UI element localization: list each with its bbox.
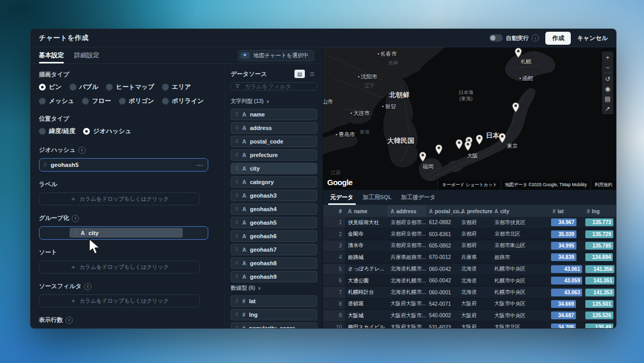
column-chip-geohash9[interactable]: ⠿Ageohash9 xyxy=(231,271,317,282)
map-pin-icon[interactable] xyxy=(419,151,426,164)
value-bar: 43.063 xyxy=(551,289,582,296)
chevron-down-icon: ∨ xyxy=(258,286,261,291)
map-pin-icon[interactable] xyxy=(498,133,506,146)
terms-link[interactable]: 利用規約 xyxy=(591,180,616,190)
datasource-panel: データソース ▤ ☰ 文字列型 (13)∨⠿Aname⠿Aaddress⠿Apo… xyxy=(224,64,323,328)
cancel-button[interactable]: キャンセル xyxy=(577,34,608,42)
column-chip-category[interactable]: ⠿Acategory xyxy=(231,176,317,188)
locate-icon[interactable]: ◉ xyxy=(602,84,613,94)
value-label: 34.669 xyxy=(558,301,574,307)
column-chip-geohash7[interactable]: ⠿Ageohash7 xyxy=(231,244,317,255)
drag-handle-icon: ⠿ xyxy=(235,234,239,239)
info-icon[interactable]: i xyxy=(532,34,539,42)
draw-type-option-3[interactable]: エリア xyxy=(162,83,191,92)
draw-type-option-4[interactable]: メッシュ xyxy=(39,97,74,106)
info-icon[interactable]: i xyxy=(84,283,91,290)
sort-dropzone[interactable]: ＋ カラムをドロップもしくはクリック xyxy=(39,261,200,274)
column-chip-geohash8[interactable]: ⠿Ageohash8 xyxy=(231,257,317,269)
draw-type-option-5[interactable]: フロー xyxy=(82,97,111,106)
column-chip-geohash4[interactable]: ⠿Ageohash4 xyxy=(231,203,317,215)
position-type-option-1[interactable]: ジオハッシュ xyxy=(83,127,131,136)
map-pin-icon[interactable] xyxy=(455,139,463,152)
column-chip-popularity_score[interactable]: ⠿#popularity_score xyxy=(231,322,317,328)
column-chip-address[interactable]: ⠿Aaddress xyxy=(231,122,317,134)
zoom-out-button[interactable]: − xyxy=(602,62,613,72)
tab-source-data[interactable]: 元データ xyxy=(330,190,354,205)
column-type-icon: # xyxy=(553,209,556,214)
map-canvas[interactable]: 长春市吉林沈阳市辽宁北朝鲜평양大连市山市青岛市黄海大韓民国日本海 (東海)日本札… xyxy=(323,47,616,190)
auto-run-toggle[interactable] xyxy=(489,34,503,42)
zoom-in-button[interactable]: + xyxy=(602,53,613,62)
value-label: 141.353 xyxy=(594,290,612,295)
draw-type-option-1[interactable]: バブル xyxy=(70,83,99,92)
column-chip-geohash3[interactable]: ⠿Ageohash3 xyxy=(231,190,317,201)
chart-form: 描画タイプ ピンバブルヒートマップエリアメッシュフローポリゴンポリライン 位置タ… xyxy=(31,64,224,328)
info-icon[interactable]: i xyxy=(65,317,73,324)
tab-advanced-settings[interactable]: 詳細設定 xyxy=(74,47,99,63)
dragged-chip[interactable]: ⠿ A city xyxy=(70,228,183,238)
cell-name: 道頓堀 xyxy=(345,300,387,307)
column-filter-input[interactable] xyxy=(244,83,313,90)
column-chip-city[interactable]: ⠿Acity xyxy=(231,163,317,174)
view-list-button[interactable]: ☰ xyxy=(307,70,317,78)
value-label: 34.839 xyxy=(558,254,574,260)
keyboard-shortcuts-link[interactable]: キーボード ショートカット xyxy=(438,180,501,190)
label-dropzone[interactable]: ＋ カラムをドロップもしくはクリック xyxy=(39,192,200,205)
table-header-city: Acity xyxy=(491,205,549,217)
more-options-icon[interactable]: ⋯ xyxy=(196,161,204,169)
draw-type-option-2[interactable]: ヒートマップ xyxy=(106,83,154,92)
column-type-icon: A xyxy=(243,192,247,199)
layers-icon[interactable]: ▤ xyxy=(602,94,613,103)
cell-address: 大阪府大阪市... xyxy=(387,312,426,319)
drag-handle-icon: ⠿ xyxy=(235,180,239,185)
geohash-chip[interactable]: geohash5 xyxy=(51,162,79,168)
column-chip-postal_code[interactable]: ⠿Apostal_code xyxy=(231,136,317,147)
drag-handle-icon[interactable]: ⠿ xyxy=(44,163,47,167)
cell-city: 大阪市中央区 xyxy=(491,300,549,307)
source-filter-dropzone[interactable]: ＋ カラムをドロップもしくはクリック xyxy=(39,294,200,307)
map-pin-icon[interactable] xyxy=(475,134,483,147)
cell-postal-code: 603-8361 xyxy=(426,231,458,237)
draw-type-option-6[interactable]: ポリゴン xyxy=(119,97,154,106)
column-filter[interactable] xyxy=(231,82,317,90)
view-grid-button[interactable]: ▤ xyxy=(294,70,305,78)
column-chip-geohash5[interactable]: ⠿Ageohash5 xyxy=(231,217,317,228)
value-bar: 135.526 xyxy=(585,312,613,319)
column-chip-lat[interactable]: ⠿#lat xyxy=(231,295,317,307)
map-pin-icon[interactable] xyxy=(435,144,443,157)
column-group-label: 文字列型 (13) xyxy=(231,98,264,105)
draw-type-option-0[interactable]: ピン xyxy=(39,83,62,92)
label-field-label: ラベル xyxy=(39,180,216,188)
info-icon[interactable]: i xyxy=(72,215,79,222)
value-bar: 34.705 xyxy=(551,323,576,328)
column-chip-prefecture[interactable]: ⠿Aprefecture xyxy=(231,149,317,161)
group-by-field[interactable]: ⠿ A city xyxy=(39,226,208,240)
column-group-header[interactable]: 文字列型 (13)∨ xyxy=(231,98,317,105)
tab-transformed-data[interactable]: 加工後データ xyxy=(401,190,436,205)
column-chip-name[interactable]: ⠿Aname xyxy=(231,109,317,120)
draw-type-option-7[interactable]: ポリライン xyxy=(162,97,204,106)
cell-postal-code: 060-0001 xyxy=(426,290,458,295)
geohash-field[interactable]: ⠿ geohash5 ⋯ xyxy=(39,158,208,172)
table-row: 9大阪城大阪府大阪市...540-0002大阪府大阪市中央区34.687135.… xyxy=(323,310,616,321)
map-pin-icon[interactable] xyxy=(515,47,522,60)
column-group-header[interactable]: 数値型 (6)∨ xyxy=(231,284,317,292)
tab-basic-settings[interactable]: 基本設定 xyxy=(39,47,64,63)
value-bar: 43.061 xyxy=(551,265,582,273)
drag-handle-icon: ⠿ xyxy=(235,261,239,266)
plus-icon: ＋ xyxy=(70,195,76,203)
column-chip-label: postal_code xyxy=(250,138,283,145)
value-bar: 141.351 xyxy=(585,277,614,284)
column-chip-geohash6[interactable]: ⠿Ageohash6 xyxy=(231,230,317,242)
map-pin-icon[interactable] xyxy=(464,140,472,153)
position-type-option-0[interactable]: 緯度/経度 xyxy=(39,127,75,136)
table-row: 5さっぽろテレ...北海道札幌市...060-0042北海道札幌市中央区43.0… xyxy=(323,264,616,275)
tab-transform-sql[interactable]: 加工用SQL xyxy=(363,190,392,205)
reset-rotation-icon[interactable]: ↺ xyxy=(602,74,613,84)
map-pin-icon[interactable] xyxy=(512,102,519,115)
info-icon[interactable]: i xyxy=(78,147,86,154)
create-button[interactable]: 作成 xyxy=(545,32,571,45)
fullscreen-icon[interactable]: ↗ xyxy=(602,103,613,113)
cell-lng: 135.785 xyxy=(584,242,616,250)
column-chip-lng[interactable]: ⠿#lng xyxy=(231,309,317,320)
